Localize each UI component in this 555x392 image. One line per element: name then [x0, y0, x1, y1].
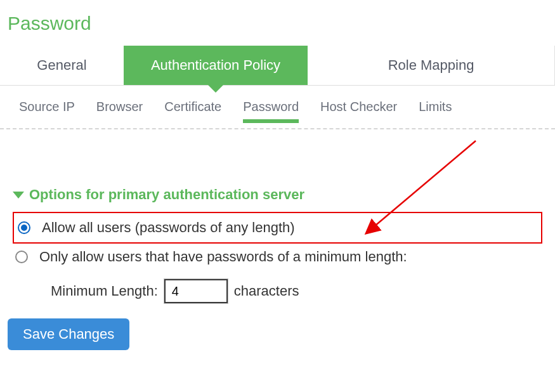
- highlight-allow-all: Allow all users (passwords of any length…: [13, 212, 542, 244]
- subtab-limits[interactable]: Limits: [419, 100, 452, 122]
- subtab-source-ip[interactable]: Source IP: [19, 100, 75, 122]
- tab-authentication-policy[interactable]: Authentication Policy: [124, 46, 308, 85]
- min-length-input[interactable]: [164, 279, 228, 303]
- tab-general[interactable]: General: [0, 46, 124, 85]
- svg-marker-2: [13, 192, 24, 199]
- subtab-browser[interactable]: Browser: [96, 100, 143, 122]
- radio-allow-all-label: Allow all users (passwords of any length…: [42, 219, 295, 236]
- save-changes-button[interactable]: Save Changes: [8, 318, 129, 350]
- section-toggle-primary-auth[interactable]: Options for primary authentication serve…: [13, 186, 542, 203]
- page-title: Password: [0, 0, 555, 46]
- radio-min-length[interactable]: Only allow users that have passwords of …: [13, 244, 542, 270]
- min-length-label: Minimum Length:: [51, 283, 158, 299]
- section-header-text: Options for primary authentication serve…: [29, 186, 304, 203]
- subtab-host-checker[interactable]: Host Checker: [320, 100, 397, 122]
- chevron-down-icon: [13, 190, 24, 199]
- radio-icon: [18, 221, 30, 234]
- subtab-certificate[interactable]: Certificate: [164, 100, 221, 122]
- primary-tabs: General Authentication Policy Role Mappi…: [0, 46, 555, 86]
- min-length-row: Minimum Length: characters: [51, 279, 542, 303]
- radio-allow-all[interactable]: Allow all users (passwords of any length…: [15, 214, 540, 241]
- radio-icon: [15, 251, 28, 263]
- min-length-suffix: characters: [234, 283, 299, 299]
- content-area: Options for primary authentication serve…: [0, 129, 555, 350]
- radio-min-length-label: Only allow users that have passwords of …: [39, 249, 407, 265]
- subtab-password[interactable]: Password: [243, 100, 299, 122]
- tab-role-mapping[interactable]: Role Mapping: [308, 46, 555, 85]
- sub-tabs: Source IP Browser Certificate Password H…: [0, 86, 555, 129]
